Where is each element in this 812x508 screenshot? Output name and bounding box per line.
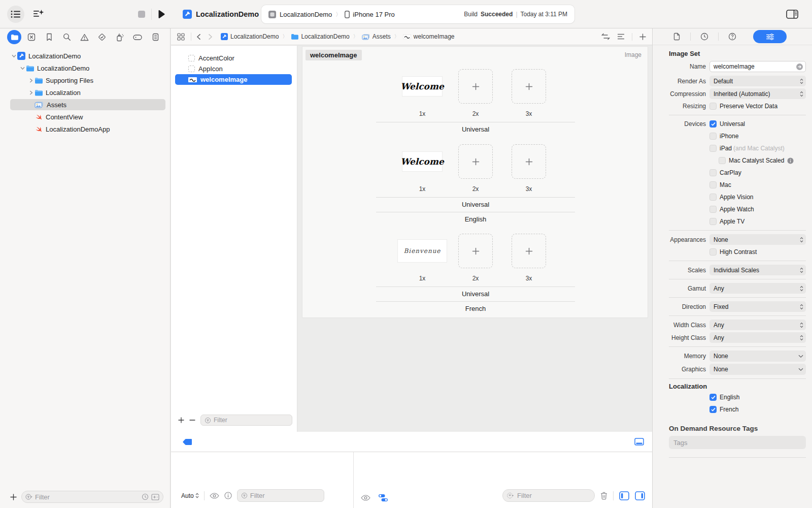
breadcrumb-group[interactable]: LocalizationDemo [291,33,349,40]
tree-item-group[interactable]: LocalizationDemo [0,62,170,74]
run-destination[interactable]: iPhone 17 Pro [353,11,394,18]
breadcrumb-image[interactable]: welcomeImage [403,33,455,40]
tab-find[interactable] [59,29,75,45]
device-tv-checkbox[interactable] [709,218,717,225]
scales-popup[interactable]: Individual Scales [709,265,806,275]
toggle-console-pane-button[interactable] [635,491,645,500]
variables-filter-field[interactable]: Filter [237,489,324,502]
related-items-button[interactable] [177,33,185,41]
image-well-2x-empty[interactable] [458,234,493,268]
image-well-3x-empty[interactable] [512,234,546,268]
render-as-popup[interactable]: Default [709,76,806,86]
image-well-1x-filled[interactable]: Welcome [402,152,442,171]
device-universal-checkbox[interactable] [709,120,717,128]
editor-options-button[interactable] [617,34,625,40]
scheme-target[interactable]: LocalizationDemo [280,11,332,18]
variables-scope-popup[interactable]: Auto [181,492,199,499]
add-item-button[interactable] [10,494,17,500]
device-catalyst-scaled-checkbox[interactable] [719,157,726,164]
assistant-compose-button[interactable] [30,6,48,23]
add-editor-button[interactable] [639,34,646,40]
asset-filter-field[interactable]: Filter [200,415,292,426]
disclosure-open-icon[interactable] [19,67,26,70]
disclosure-open-icon[interactable] [10,54,17,58]
add-asset-button[interactable] [178,417,184,423]
tab-history-inspector[interactable] [691,33,718,41]
device-mac-checkbox[interactable] [709,181,717,188]
clear-console-trash-icon[interactable] [600,492,607,500]
device-ipad-checkbox[interactable] [709,145,717,152]
device-watch-checkbox[interactable] [709,206,717,213]
name-field[interactable]: welcomeImage [709,61,806,72]
tree-item-app-file[interactable]: LocalizationDemoApp [0,123,170,135]
back-button[interactable] [196,34,201,40]
image-well-1x-filled[interactable]: Bienvenue [398,240,447,262]
localization-french-checkbox[interactable] [709,406,717,413]
stop-button[interactable] [138,11,145,18]
activity-status[interactable]: Build Succeeded | Today at 3:11 PM [464,11,567,18]
device-preview-toggle[interactable] [634,438,644,446]
tab-source-control[interactable] [24,29,39,45]
device-vision-checkbox[interactable] [709,194,717,201]
tree-item-contentview[interactable]: ContentView [0,111,170,123]
tab-breakpoints[interactable] [130,29,145,45]
info-icon[interactable] [224,492,232,499]
forward-button[interactable] [208,34,213,40]
recents-clock-icon[interactable] [142,493,149,500]
show-only-variables-eye-icon[interactable] [210,493,219,499]
tab-reports[interactable] [148,29,163,45]
tab-debug[interactable] [112,29,127,45]
disclosure-closed-icon[interactable] [27,90,35,95]
memory-combo[interactable]: None [709,351,806,362]
preserve-vector-checkbox[interactable] [709,103,717,110]
breadcrumb-project[interactable]: LocalizationDemo [221,33,279,40]
navigator-toggle-button[interactable] [7,6,24,23]
source-control-filter-icon[interactable] [151,494,159,500]
console-eye-icon[interactable] [361,495,370,501]
asset-item-welcomeimage[interactable]: welcomeImage [171,74,297,85]
appearances-popup[interactable]: None [709,234,806,245]
tab-help-inspector[interactable] [719,33,746,41]
remove-asset-button[interactable] [189,417,195,423]
tab-issues[interactable] [77,29,92,45]
asset-item-appicon[interactable]: AppIcon [171,64,297,74]
compression-popup[interactable]: Inherited (Automatic) [709,88,806,99]
inspector-toggle-button[interactable] [784,6,801,23]
gamut-popup[interactable]: Any [709,283,806,294]
image-well-2x-empty[interactable] [458,69,493,104]
image-well-3x-empty[interactable] [512,69,546,104]
disclosure-closed-icon[interactable] [27,78,35,83]
breadcrumb-assets[interactable]: Assets [362,33,391,40]
device-carplay-checkbox[interactable] [709,169,717,176]
asset-item-accentcolor[interactable]: AccentColor [171,53,297,64]
console-filter-field[interactable]: Filter [502,489,595,502]
run-button[interactable] [158,10,165,18]
console-filters-toggle[interactable] [379,494,388,502]
image-well-2x-empty[interactable] [458,144,493,179]
image-well-1x-filled[interactable]: Welcome [402,77,442,96]
tab-tests[interactable] [94,29,110,45]
high-contrast-checkbox[interactable] [709,248,717,256]
tab-attributes-inspector[interactable] [753,30,787,43]
tab-file-inspector[interactable] [663,33,690,41]
navigator-filter-field[interactable]: Filter [21,491,163,503]
odr-tags-field[interactable]: Tags [669,436,806,449]
tree-item-localization[interactable]: Localization [0,86,170,99]
width-class-popup[interactable]: Any [709,320,806,330]
tab-project-navigator[interactable] [7,30,21,44]
tab-bookmarks[interactable] [42,29,57,45]
device-iphone-checkbox[interactable] [709,133,717,140]
toggle-variables-pane-button[interactable] [619,491,629,500]
localization-english-checkbox[interactable] [709,394,717,401]
tree-item-supporting-files[interactable]: Supporting Files [0,74,170,86]
image-well-3x-empty[interactable] [512,144,546,179]
graphics-combo[interactable]: None [709,364,806,375]
direction-popup[interactable]: Fixed [709,301,806,312]
swap-editor-button[interactable] [601,33,610,40]
tree-item-assets[interactable]: Assets [0,99,170,111]
show-tags-button[interactable] [182,438,192,446]
info-icon[interactable] [787,157,794,164]
height-class-popup[interactable]: Any [709,332,806,343]
pane-divider[interactable] [353,452,354,508]
navigate-arrow-icon[interactable] [796,63,803,71]
